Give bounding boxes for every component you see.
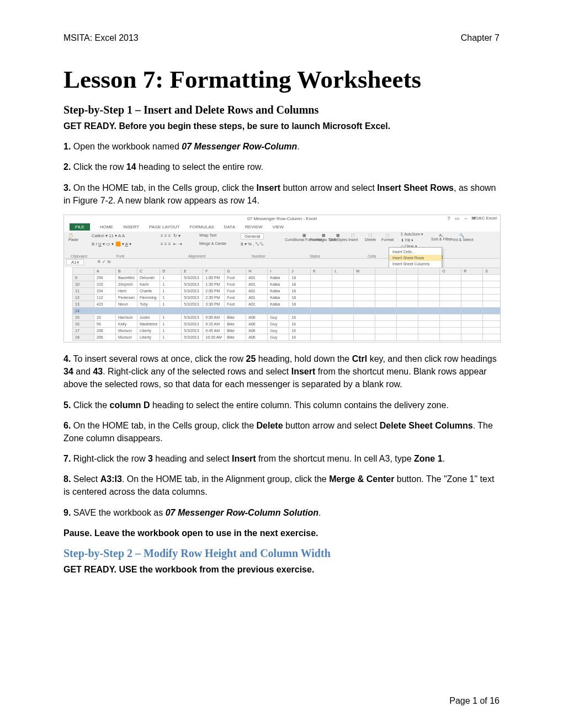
cell[interactable] xyxy=(440,294,461,301)
col-header[interactable]: A xyxy=(94,267,116,274)
cell[interactable] xyxy=(483,334,501,340)
cell[interactable] xyxy=(397,294,418,301)
cell[interactable]: 1 xyxy=(160,294,182,301)
cell[interactable] xyxy=(332,301,354,307)
cell[interactable] xyxy=(418,327,440,334)
cell[interactable]: Katka xyxy=(268,301,289,307)
cell[interactable]: A06 xyxy=(246,320,268,327)
cell[interactable]: 1 xyxy=(160,287,182,294)
col-header[interactable]: G xyxy=(225,267,246,274)
cell[interactable]: 5/3/2013 xyxy=(182,320,203,327)
cell[interactable] xyxy=(375,334,397,340)
sort-filter[interactable]: A↓Sort & Filter xyxy=(431,233,452,241)
cell[interactable]: Pedersen xyxy=(116,294,137,301)
cell[interactable]: Madeleine xyxy=(137,320,160,327)
cell[interactable] xyxy=(354,334,375,340)
cell[interactable] xyxy=(418,314,440,320)
cell[interactable] xyxy=(137,307,160,314)
cell[interactable] xyxy=(375,307,397,314)
fill[interactable]: ⬇ Fill ▾ xyxy=(401,238,413,243)
cell[interactable]: Guy xyxy=(268,327,289,334)
cell[interactable]: 112 xyxy=(94,294,116,301)
cell[interactable] xyxy=(483,320,501,327)
cell[interactable] xyxy=(354,287,375,294)
cell[interactable] xyxy=(289,307,311,314)
cell[interactable] xyxy=(375,294,397,301)
cell[interactable]: Bike xyxy=(225,314,246,320)
cell[interactable] xyxy=(332,334,354,340)
cell[interactable] xyxy=(483,301,501,307)
cell[interactable]: 200 xyxy=(94,334,116,340)
cell[interactable]: 10 xyxy=(94,314,116,320)
cell[interactable]: 1:00 PM xyxy=(203,274,225,281)
paste-button[interactable]: 📋Paste xyxy=(68,233,78,242)
cell[interactable]: Katka xyxy=(268,294,289,301)
cell[interactable]: Flemming xyxy=(137,294,160,301)
cell[interactable]: 3:30 PM xyxy=(203,301,225,307)
cell[interactable]: Harrison xyxy=(116,314,137,320)
cell[interactable]: A01 xyxy=(246,281,268,287)
align-row1[interactable]: ≡ ≡ ≡ ↻ ▾ xyxy=(161,233,180,238)
cell[interactable]: Guy xyxy=(268,320,289,327)
cell[interactable]: 1 xyxy=(160,314,182,320)
dropdown-insert-sheet-columns[interactable]: Insert Sheet Columns xyxy=(389,261,442,267)
cell[interactable] xyxy=(311,294,332,301)
align-row2[interactable]: ≡ ≡ ≡ ⇤ ⇥ xyxy=(161,242,182,247)
cell[interactable] xyxy=(397,287,418,294)
cell[interactable]: Charlie xyxy=(137,287,160,294)
cell[interactable] xyxy=(483,314,501,320)
row-header[interactable]: 18 xyxy=(73,334,94,340)
cell[interactable]: 16 xyxy=(289,327,311,334)
col-header[interactable]: R xyxy=(461,267,483,274)
cell[interactable] xyxy=(397,334,418,340)
cell[interactable] xyxy=(461,334,483,340)
cell[interactable]: 9:15 AM xyxy=(203,320,225,327)
cell[interactable]: Bike xyxy=(225,334,246,340)
cell[interactable] xyxy=(461,287,483,294)
row-header[interactable]: 11 xyxy=(73,287,94,294)
cell[interactable]: 9:00 AM xyxy=(203,314,225,320)
col-header[interactable]: B xyxy=(116,267,137,274)
cell[interactable]: 1 xyxy=(160,334,182,340)
cell[interactable] xyxy=(354,320,375,327)
cell[interactable] xyxy=(440,274,461,281)
col-header[interactable]: D xyxy=(160,267,182,274)
cell[interactable]: 1 xyxy=(160,274,182,281)
cell[interactable]: Katka xyxy=(268,274,289,281)
cell[interactable]: 5/3/2013 xyxy=(182,287,203,294)
tab-file[interactable]: FILE xyxy=(70,223,90,231)
cell[interactable]: Zimprich xyxy=(116,281,137,287)
cell[interactable]: 16 xyxy=(289,320,311,327)
cell[interactable] xyxy=(354,274,375,281)
cell[interactable] xyxy=(440,314,461,320)
cell[interactable] xyxy=(354,301,375,307)
cell[interactable] xyxy=(418,334,440,340)
col-header[interactable]: S xyxy=(483,267,501,274)
row-header[interactable]: 16 xyxy=(73,320,94,327)
col-header[interactable]: C xyxy=(137,267,160,274)
font-style-row[interactable]: B I U ▾ ▭ ▾ 🟧 ▾ A ▾ xyxy=(92,242,131,247)
tab-formulas[interactable]: FORMULAS xyxy=(189,224,214,229)
cell[interactable] xyxy=(375,320,397,327)
tab-data[interactable]: DATA xyxy=(224,224,235,229)
cell[interactable]: 1:30 PM xyxy=(203,281,225,287)
cell[interactable]: Guy xyxy=(268,334,289,340)
cell[interactable]: 56 xyxy=(94,320,116,327)
cell[interactable] xyxy=(483,307,501,314)
cell[interactable] xyxy=(440,327,461,334)
cell[interactable]: Foot xyxy=(225,301,246,307)
cell[interactable]: A01 xyxy=(246,301,268,307)
cell[interactable] xyxy=(461,320,483,327)
cell[interactable]: 5/3/2013 xyxy=(182,334,203,340)
insert-button[interactable]: ⬚Insert xyxy=(348,233,358,242)
cell[interactable] xyxy=(397,327,418,334)
cell[interactable]: Bike xyxy=(225,320,246,327)
col-header[interactable]: E xyxy=(182,267,203,274)
cell[interactable]: Liberty xyxy=(137,327,160,334)
cell[interactable]: Baumfeld xyxy=(116,274,137,281)
cell[interactable] xyxy=(418,320,440,327)
cell[interactable]: Justin xyxy=(137,314,160,320)
cell[interactable] xyxy=(354,281,375,287)
number-row[interactable]: $ ▾ % , ⁰₀ ⁰₀ xyxy=(241,242,263,247)
cell[interactable] xyxy=(332,320,354,327)
